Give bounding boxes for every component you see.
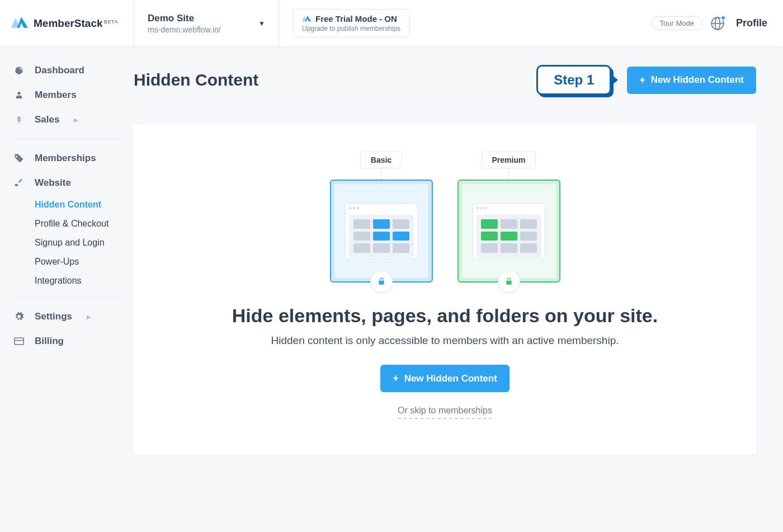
browser-mock-icon [345, 203, 418, 259]
profile-link[interactable]: Profile [736, 17, 767, 29]
chevron-right-icon: ▶ [74, 117, 78, 123]
new-hidden-content-button-top[interactable]: + New Hidden Content [627, 67, 756, 94]
subnav-power-ups[interactable]: Power-Ups [35, 252, 134, 271]
skip-to-memberships-link[interactable]: Or skip to memberships [398, 406, 492, 419]
svg-point-3 [17, 92, 20, 95]
nav-separator [13, 139, 120, 139]
nav-website[interactable]: Website [0, 171, 134, 195]
empty-state-card: Basic [134, 125, 756, 455]
site-name: Demo Site [148, 13, 221, 24]
subnav-integrations[interactable]: Integrations [35, 271, 134, 290]
chevron-down-icon: ▼ [258, 20, 265, 27]
step-badge: Step 1 [536, 65, 611, 95]
trial-mode-pill[interactable]: Free Trial Mode - ON Upgrade to publish … [293, 9, 410, 37]
trial-logo-icon [302, 14, 311, 23]
members-icon [13, 90, 25, 100]
page-title: Hidden Content [134, 70, 258, 90]
browser-mock-icon [473, 203, 545, 259]
trial-subtitle: Upgrade to publish memberships [302, 25, 400, 32]
nav-settings[interactable]: Settings ▶ [0, 304, 134, 329]
site-url: ms-demo.webflow.io/ [148, 25, 221, 34]
notification-dot-icon [720, 15, 726, 21]
card-icon [13, 337, 25, 345]
tag-icon [13, 153, 25, 163]
tier-basic-label: Basic [360, 152, 402, 168]
tour-mode-button[interactable]: Tour Mode [652, 16, 702, 30]
new-hidden-content-button[interactable]: + New Hidden Content [380, 365, 510, 392]
tier-premium: Premium [457, 152, 560, 283]
notifications-globe-icon[interactable] [710, 16, 725, 31]
svg-rect-4 [15, 338, 24, 345]
brand-logo: MemberStackBETA [0, 16, 134, 31]
subnav-hidden-content[interactable]: Hidden Content [35, 195, 134, 214]
gear-icon [13, 312, 25, 322]
nav-sales[interactable]: Sales ▶ [0, 107, 134, 132]
nav-dashboard[interactable]: Dashboard [0, 58, 134, 83]
nav-billing[interactable]: Billing [0, 329, 134, 354]
logo-icon [11, 16, 28, 31]
tier-premium-label: Premium [482, 152, 536, 168]
chevron-right-icon: ▶ [87, 314, 91, 320]
sidebar: Dashboard Members Sales ▶ Memberships We… [0, 47, 134, 532]
hero-title: Hide elements, pages, and folders on you… [156, 305, 734, 327]
trial-title: Free Trial Mode - ON [315, 14, 397, 23]
plus-icon: + [639, 74, 645, 86]
subnav-profile-checkout[interactable]: Profile & Checkout [35, 214, 134, 233]
subnav-signup-login[interactable]: Signup and Login [35, 233, 134, 252]
nav-separator [13, 297, 120, 298]
brand-name: MemberStack [34, 17, 103, 29]
hero-subtitle: Hidden content is only accessible to mem… [156, 335, 734, 347]
nav-memberships[interactable]: Memberships [0, 146, 134, 171]
nav-members[interactable]: Members [0, 83, 134, 107]
lock-icon [370, 270, 393, 293]
tier-basic: Basic [330, 152, 433, 283]
tier-basic-box [330, 180, 433, 283]
plus-icon: + [393, 373, 399, 384]
brush-icon [13, 178, 25, 188]
tier-premium-box [457, 180, 560, 283]
lock-icon [498, 270, 520, 293]
brand-beta-tag: BETA [104, 19, 119, 25]
site-selector[interactable]: Demo Site ms-demo.webflow.io/ ▼ [134, 0, 279, 47]
sales-icon [13, 115, 25, 125]
dashboard-icon [13, 65, 25, 76]
